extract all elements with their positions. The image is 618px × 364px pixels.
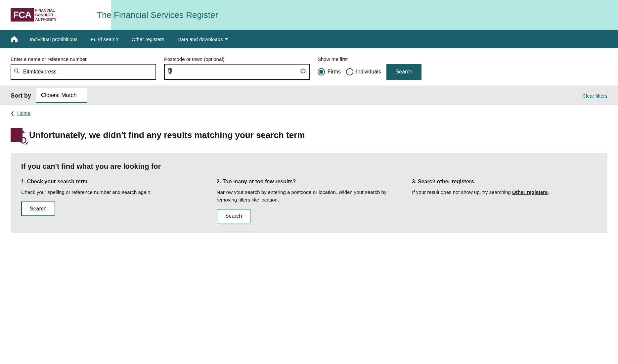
- radio-individuals[interactable]: Individuals: [346, 68, 381, 75]
- site-header: FCA FINANCIALCONDUCTAUTHORITY The Financ…: [0, 0, 618, 30]
- help-box-title: If you can't find what you are looking f…: [21, 162, 597, 171]
- breadcrumb-home-link[interactable]: Home: [17, 110, 30, 116]
- help-box: If you can't find what you are looking f…: [11, 153, 607, 233]
- radio-individuals-label: Individuals: [356, 69, 381, 75]
- nav-fund-search[interactable]: Fund search: [84, 30, 125, 48]
- help-columns: 1. Check your search term Check your spe…: [21, 179, 597, 223]
- crosshair-icon[interactable]: [300, 68, 306, 76]
- sort-chevron-icon: [79, 94, 83, 96]
- other-registers-link[interactable]: Other registers: [512, 189, 548, 195]
- svg-line-1: [18, 72, 19, 73]
- no-results-section: Unfortunately, we didn't find any result…: [0, 121, 618, 243]
- logo-subtext: FINANCIALCONDUCTAUTHORITY: [35, 8, 57, 22]
- help-col-3: 3. Search other registers If your result…: [412, 179, 597, 223]
- sort-by-label: Sort by: [11, 92, 31, 99]
- name-search-input[interactable]: [11, 64, 156, 80]
- sort-left: Sort by Closest Match: [11, 88, 87, 103]
- location-search-input[interactable]: [164, 64, 310, 80]
- location-pin-icon: [167, 68, 173, 76]
- radio-group: Firms Individuals Search: [318, 64, 421, 80]
- logo-area: FCA FINANCIALCONDUCTAUTHORITY: [11, 8, 83, 22]
- no-results-heading: Unfortunately, we didn't find any result…: [11, 128, 607, 142]
- name-label: Enter a name or reference number: [11, 56, 156, 62]
- clear-filters-button[interactable]: Clear filters: [582, 93, 607, 99]
- help-col-3-body: If your result does not show up, try sea…: [412, 189, 597, 196]
- location-input-wrapper: [164, 64, 310, 80]
- nav-home-icon[interactable]: [5, 36, 23, 42]
- sort-dropdown[interactable]: Closest Match: [36, 88, 87, 103]
- show-first-label: Show me first: [318, 56, 421, 62]
- help-col-1-body: Check your spelling or reference number …: [21, 189, 206, 196]
- search-icon: [14, 68, 20, 75]
- name-field-group: Enter a name or reference number: [11, 56, 156, 80]
- help-col-2-body: Narrow your search by entering a postcod…: [217, 189, 402, 204]
- help-col-3-body-prefix: If your result does not show up, try sea…: [412, 189, 512, 195]
- logo-box: FCA: [11, 8, 34, 22]
- help-col-2-search-button[interactable]: Search: [217, 209, 251, 223]
- help-col-1: 1. Check your search term Check your spe…: [21, 179, 206, 223]
- sort-bar: Sort by Closest Match Clear filters: [0, 86, 618, 105]
- fca-logo: FCA FINANCIALCONDUCTAUTHORITY: [11, 8, 57, 22]
- nav-other-registers[interactable]: Other registers: [125, 30, 171, 48]
- radio-firms-label: Firms: [328, 69, 341, 75]
- svg-point-0: [15, 69, 18, 72]
- breadcrumb: ❮ Home: [0, 105, 618, 121]
- help-col-3-heading: 3. Search other registers: [412, 179, 597, 185]
- help-col-2: 2. Too many or too few results? Narrow y…: [217, 179, 402, 223]
- radio-firms-circle: [318, 68, 325, 75]
- search-row: Enter a name or reference number Postcod…: [11, 56, 607, 80]
- help-col-1-heading: 1. Check your search term: [21, 179, 206, 185]
- show-first-group: Show me first Firms Individuals Search: [318, 56, 421, 80]
- sort-value: Closest Match: [41, 92, 77, 99]
- svg-point-2: [301, 69, 305, 73]
- no-results-icon: [11, 128, 22, 142]
- site-title: The Financial Services Register: [83, 10, 218, 20]
- help-col-3-body-suffix: .: [548, 189, 549, 195]
- search-button[interactable]: Search: [386, 64, 422, 80]
- search-section: Enter a name or reference number Postcod…: [0, 48, 618, 86]
- name-input-wrapper: [11, 64, 156, 80]
- location-label: Postcode or town (optional): [164, 56, 310, 62]
- nav-individual-prohibitions[interactable]: Individual prohibitions: [23, 30, 84, 48]
- help-col-2-heading: 2. Too many or too few results?: [217, 179, 402, 185]
- main-nav: Individual prohibitions Fund search Othe…: [0, 30, 618, 48]
- help-col-1-search-button[interactable]: Search: [21, 202, 55, 216]
- chevron-down-icon: [225, 38, 228, 40]
- location-field-group: Postcode or town (optional): [164, 56, 310, 80]
- no-results-title: Unfortunately, we didn't find any result…: [29, 130, 305, 140]
- radio-firms[interactable]: Firms: [318, 68, 341, 75]
- breadcrumb-back-icon: ❮: [11, 111, 15, 116]
- radio-individuals-circle: [346, 68, 353, 75]
- nav-data-downloads[interactable]: Data and downloads: [171, 30, 235, 48]
